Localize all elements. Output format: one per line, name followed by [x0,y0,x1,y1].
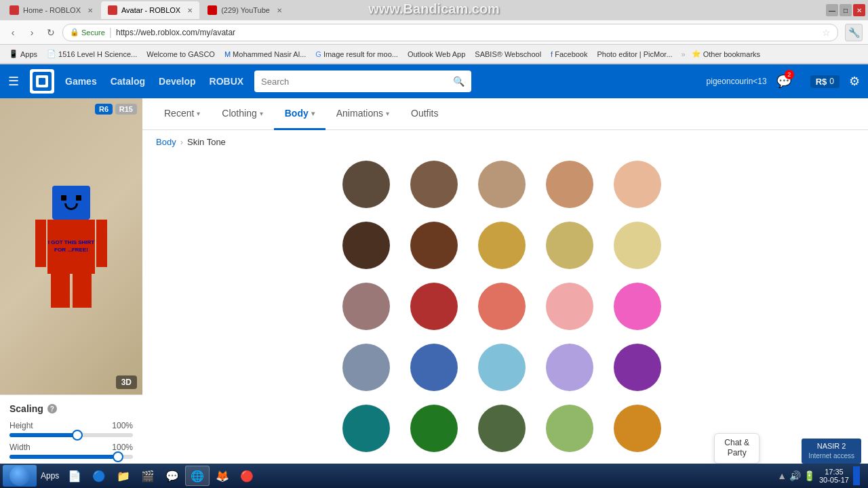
taskbar-app7[interactable]: 🔴 [235,466,258,486]
skin-circle-16[interactable] [410,344,458,391]
star-icon[interactable]: ☆ [822,27,831,38]
tab-youtube[interactable]: (229) YouTube ✕ [201,1,289,19]
tab-close-yt[interactable]: ✕ [277,7,282,14]
breadcrumb-body-link[interactable]: Body [156,137,176,147]
settings-icon[interactable]: ⚙ [849,74,860,89]
breadcrumb: Body › Skin Tone [142,130,868,154]
skin-circle-6[interactable] [410,222,458,269]
bookmarks-apps[interactable]: 📱 Apps [5,49,41,59]
skin-circle-4[interactable] [614,161,661,208]
taskbar-mb[interactable]: 🔵 [87,466,111,486]
height-value: 100% [112,421,133,430]
skin-circle-21[interactable] [410,405,458,452]
width-slider-thumb[interactable] [113,451,123,462]
width-slider-track[interactable] [9,455,133,459]
roblox-logo[interactable] [30,69,54,94]
skin-circle-8[interactable] [546,222,593,269]
show-desktop-button[interactable] [853,466,860,485]
taskbar-files[interactable]: 📁 [112,466,135,486]
search-box[interactable]: 🔍 [254,70,471,92]
bookmark-outlook[interactable]: Outlook Web App [404,49,469,59]
r15-badge[interactable]: R15 [115,104,137,115]
nav-catalog[interactable]: Catalog [111,76,145,87]
breadcrumb-separator: › [180,137,183,147]
bookmark-sabis[interactable]: SABIS® Webschool [471,49,545,59]
files-icon: 📁 [116,468,131,483]
skin-circle-18[interactable] [546,344,593,391]
skin-circle-1[interactable] [410,161,458,208]
tab-outfits[interactable]: Outfits [400,98,449,130]
messages-container: 💬 2 [776,74,801,89]
skin-circle-24[interactable] [614,405,661,452]
url-box[interactable]: 🔒 Secure | https://web.roblox.com/my/ava… [62,24,838,41]
skin-circle-3[interactable] [546,161,593,208]
width-slider-row: Width 100% [9,443,133,459]
skin-circle-17[interactable] [478,344,526,391]
skin-circle-2[interactable] [478,161,526,208]
tab-animations[interactable]: Animations ▾ [326,98,400,130]
search-input[interactable] [261,77,449,87]
tab-body[interactable]: Body ▾ [274,98,326,130]
skin-circle-12[interactable] [478,283,526,330]
taskbar-media[interactable]: 🎬 [136,466,159,486]
r6-badge[interactable]: R6 [95,104,113,115]
taskbar-word[interactable]: 📄 [63,466,86,486]
nav-develop[interactable]: Develop [159,76,195,87]
back-button[interactable]: ‹ [5,25,20,40]
taskbar-discord[interactable]: 💬 [161,466,184,486]
skin-circle-14[interactable] [614,283,661,330]
nav-robux[interactable]: ROBUX [210,76,244,87]
tab-close-avatar[interactable]: ✕ [187,7,193,14]
tab-clothing[interactable]: Clothing ▾ [211,98,273,130]
skin-circle-19[interactable] [614,344,661,391]
view-3d-badge[interactable]: 3D [116,375,137,389]
nav-games[interactable]: Games [65,76,97,87]
skin-circle-15[interactable] [342,344,390,391]
maximize-button[interactable]: □ [840,4,852,16]
bookmark-gasco[interactable]: Welcome to GASCO [143,49,218,59]
scaling-title: Scaling ? [9,403,133,414]
tab-close-home[interactable]: ✕ [87,7,93,14]
discord-icon: 💬 [165,468,180,483]
scaling-info-icon[interactable]: ? [47,404,57,413]
width-slider-fill [9,455,118,459]
chat-party-button[interactable]: Chat & Party [714,433,760,464]
start-button[interactable] [3,465,37,487]
skin-circle-23[interactable] [546,405,593,452]
skin-circle-11[interactable] [410,283,458,330]
bookmark-facebook[interactable]: f Facebook [547,49,591,59]
hamburger-menu[interactable]: ☰ [8,74,19,89]
skin-circle-10[interactable] [342,283,390,330]
skin-circle-20[interactable] [342,405,390,452]
skin-circle-5[interactable] [342,222,390,269]
tab-avatar-roblox[interactable]: Avatar - ROBLOX ✕ [101,1,199,19]
robux-badge[interactable]: R$ 0 [810,75,840,88]
skin-circle-13[interactable] [546,283,593,330]
minimize-button[interactable]: — [826,4,838,16]
taskbar-chrome[interactable]: 🌐 [185,466,210,486]
skin-circle-7[interactable] [478,222,526,269]
skin-circle-9[interactable] [614,222,661,269]
tab-bar: www.Bandicam.com Home - ROBLOX ✕ Avatar … [0,0,868,20]
extension-icon[interactable]: 🔧 [845,24,863,41]
bookmark-picmor[interactable]: Photo editor | PicMor... [593,49,675,59]
bookmarks-more[interactable]: » [682,50,686,58]
bookmark-nasir[interactable]: M Mohammed Nasir Al... [221,49,309,59]
skin-circle-22[interactable] [478,405,526,452]
bookmark-other[interactable]: ⭐ Other bookmarks [688,49,764,59]
avatar-panel: R6 R15 I got this shirt fo [0,98,142,488]
bookmark-google[interactable]: G Image result for moo... [312,49,401,59]
header-right: pigeoncourin<13 💬 2 R$ 0 ⚙ [707,74,860,89]
height-slider-track[interactable] [9,433,133,437]
bookmark-1516[interactable]: 📄 1516 Level H Science... [43,49,140,59]
height-slider-thumb[interactable] [72,430,83,441]
skin-circle-0[interactable] [342,161,390,208]
close-button[interactable]: ✕ [853,4,865,16]
tab-home-roblox[interactable]: Home - ROBLOX ✕ [3,1,100,19]
taskbar-firefox[interactable]: 🦊 [211,466,234,486]
tab-recent[interactable]: Recent ▾ [153,98,211,130]
refresh-button[interactable]: ↻ [43,25,58,40]
forward-button[interactable]: › [24,25,39,40]
mb-icon: 🔵 [92,468,106,483]
main-content: R6 R15 I got this shirt fo [0,98,868,488]
